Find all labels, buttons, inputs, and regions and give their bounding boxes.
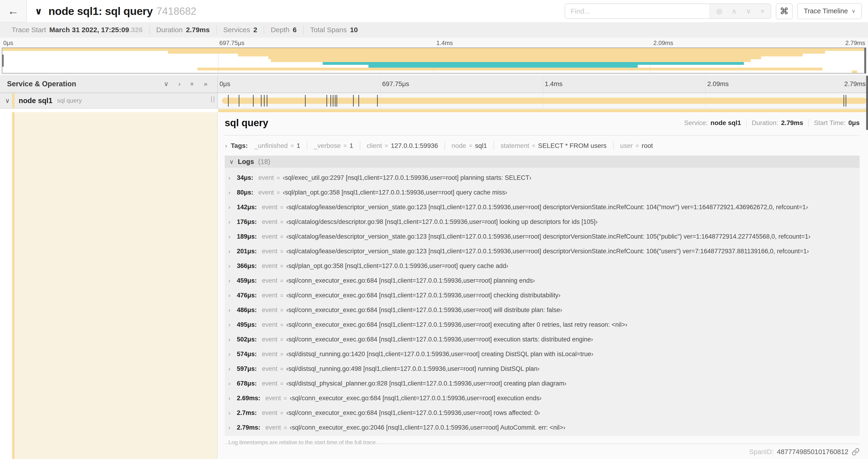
log-row[interactable]: › 502μs: event = ‹sql/conn_executor_exec…	[225, 332, 860, 347]
log-row[interactable]: › 2.79ms: event = ‹sql/conn_executor_exe…	[225, 420, 860, 435]
chevron-right-icon: ›	[228, 381, 237, 387]
log-row[interactable]: › 176μs: event = ‹sql/catalog/descs/desc…	[225, 215, 860, 229]
equals-sign: =	[290, 142, 294, 149]
minimap-span-bar	[852, 70, 857, 73]
log-row[interactable]: › 486μs: event = ‹sql/conn_executor_exec…	[225, 303, 860, 318]
minimap-right-scrubber-handle[interactable]	[864, 47, 866, 73]
summary-label: Total Spans	[310, 26, 347, 34]
tags-label: Tags:	[231, 142, 248, 150]
log-field-name: event	[262, 292, 277, 299]
locate-icon[interactable]: ◎	[716, 8, 722, 15]
span-row-name-cell[interactable]: ∨ node sql1 sql query	[0, 93, 218, 108]
link-icon[interactable]	[852, 448, 860, 456]
span-stat: Service: node sql1	[679, 119, 746, 127]
command-icon: ⌘	[780, 6, 789, 16]
tag-item: statement = SELECT * FROM users	[494, 141, 613, 150]
summary-label: Duration	[156, 26, 183, 34]
log-timestamp: 189μs:	[237, 233, 257, 240]
log-row[interactable]: › 2.69ms: event = ‹sql/conn_executor_exe…	[225, 391, 860, 405]
minimap-tick-label: 2.79ms	[845, 39, 865, 47]
equals-sign: =	[280, 336, 283, 343]
log-row[interactable]: › 34μs: event = ‹sql/exec_util.go:2297 […	[225, 170, 860, 185]
clear-find-icon[interactable]: ×	[761, 8, 765, 15]
summary-value: 6	[293, 26, 297, 34]
chevron-down-icon[interactable]: ∨	[35, 6, 42, 17]
log-row[interactable]: › 201μs: event = ‹sql/catalog/lease/desc…	[225, 244, 860, 259]
find-input[interactable]	[565, 4, 710, 19]
minimap-span-bar	[197, 68, 823, 70]
span-event-tick	[846, 95, 846, 107]
tag-key: statement	[500, 142, 529, 150]
tag-value: 127.0.0.1:59936	[391, 142, 438, 150]
equals-sign: =	[280, 307, 283, 314]
chevron-down-icon: ∨	[229, 158, 234, 165]
equals-sign: =	[385, 142, 388, 149]
log-value: ‹sql/catalog/lease/descriptor_version_st…	[286, 233, 811, 240]
chevron-right-icon: ›	[228, 204, 237, 210]
chevron-right-icon: ›	[228, 307, 237, 314]
span-detail-accent-bar	[218, 109, 868, 112]
collapse-all-icon[interactable]: »	[189, 82, 195, 86]
tag-item: _unfinished = 1	[254, 141, 307, 150]
log-row[interactable]: › 366μs: event = ‹sql/plan_opt.go:358 [n…	[225, 259, 860, 273]
column-resize-handle[interactable]: ||	[211, 95, 216, 103]
log-row[interactable]: › 597μs: event = ‹sql/distsql_running.go…	[225, 362, 860, 376]
log-timestamp: 2.79ms:	[237, 424, 260, 431]
minimap-span-bar	[271, 59, 751, 62]
log-field-name: event	[262, 306, 277, 314]
span-row: ∨ node sql1 sql query	[0, 93, 868, 109]
tags-row[interactable]: › Tags: _unfinished = 1 _verbose =	[225, 141, 860, 150]
vertical-scrollbar-thumb[interactable]	[866, 76, 868, 130]
log-row[interactable]: › 142μs: event = ‹sql/catalog/lease/desc…	[225, 200, 860, 215]
span-detail-stats: Service: node sql1 Duration: 2.79ms Star…	[679, 119, 860, 127]
summary-value: 10	[350, 26, 358, 34]
find-next-icon[interactable]: ∨	[746, 8, 751, 15]
log-value: ‹sql/exec_util.go:2297 [nsql1,client=127…	[283, 174, 531, 182]
minimap-canvas[interactable]	[2, 47, 866, 73]
chevron-right-icon: ›	[228, 219, 237, 225]
log-timestamp: 201μs:	[237, 248, 257, 255]
chevron-right-icon: ›	[228, 366, 237, 372]
span-event-tick	[264, 95, 265, 107]
find-prev-icon[interactable]: ∧	[732, 8, 737, 15]
span-duration-bar[interactable]	[222, 98, 867, 104]
chevron-down-icon: ∨	[852, 8, 856, 14]
log-row[interactable]: › 2.7ms: event = ‹sql/conn_executor_exec…	[225, 405, 860, 420]
log-row[interactable]: › 476μs: event = ‹sql/conn_executor_exec…	[225, 288, 860, 303]
logs-section: ∨ Logs (18) › 34μs: event = ‹sql/exec_ut…	[225, 156, 860, 450]
span-stat-label: Service:	[684, 119, 708, 127]
span-event-tick	[261, 95, 261, 107]
log-row[interactable]: › 574μs: event = ‹sql/distsql_running.go…	[225, 347, 860, 362]
minimap-span-bar	[168, 51, 825, 54]
expand-one-icon[interactable]: ›	[179, 81, 181, 87]
log-row[interactable]: › 80μs: event = ‹sql/plan_opt.go:358 [ns…	[225, 185, 860, 200]
log-row[interactable]: › 459μs: event = ‹sql/conn_executor_exec…	[225, 273, 860, 288]
log-field-name: event	[262, 351, 277, 358]
minimap-left-scrubber-handle[interactable]	[2, 55, 4, 67]
collapse-one-icon[interactable]: ∨	[164, 81, 169, 87]
ruler-tick-label: 2.09ms	[707, 80, 729, 88]
span-row-timeline-cell	[218, 93, 868, 108]
log-timestamp: 678μs:	[237, 380, 257, 387]
logs-header[interactable]: ∨ Logs (18)	[225, 156, 860, 168]
view-selector-button[interactable]: Trace Timeline ∨	[797, 3, 862, 19]
summary-value: 2.79ms	[186, 26, 210, 34]
chevron-right-icon: ›	[228, 424, 237, 431]
chevron-right-icon: ›	[228, 277, 237, 284]
expand-all-icon[interactable]: »	[204, 81, 208, 87]
summary-item: Duration 2.79ms	[149, 26, 216, 34]
span-stat-label: Duration:	[752, 119, 778, 127]
trace-id: 7418682	[157, 5, 196, 17]
log-row[interactable]: › 189μs: event = ‹sql/catalog/lease/desc…	[225, 229, 860, 244]
ruler-gridline	[705, 75, 706, 93]
log-row[interactable]: › 678μs: event = ‹sql/distsql_physical_p…	[225, 376, 860, 391]
chevron-down-icon[interactable]: ∨	[5, 97, 10, 104]
equals-sign: =	[280, 381, 283, 387]
log-field-name: event	[262, 248, 277, 255]
keyboard-shortcuts-button[interactable]: ⌘	[776, 3, 793, 19]
span-detail-panel: sql query Service: node sql1 Duration: 2…	[218, 112, 868, 459]
chevron-right-icon: ›	[228, 410, 237, 416]
back-button[interactable]: ←	[0, 0, 27, 22]
chevron-right-icon: ›	[228, 248, 237, 255]
log-row[interactable]: › 495μs: event = ‹sql/conn_executor_exec…	[225, 318, 860, 332]
